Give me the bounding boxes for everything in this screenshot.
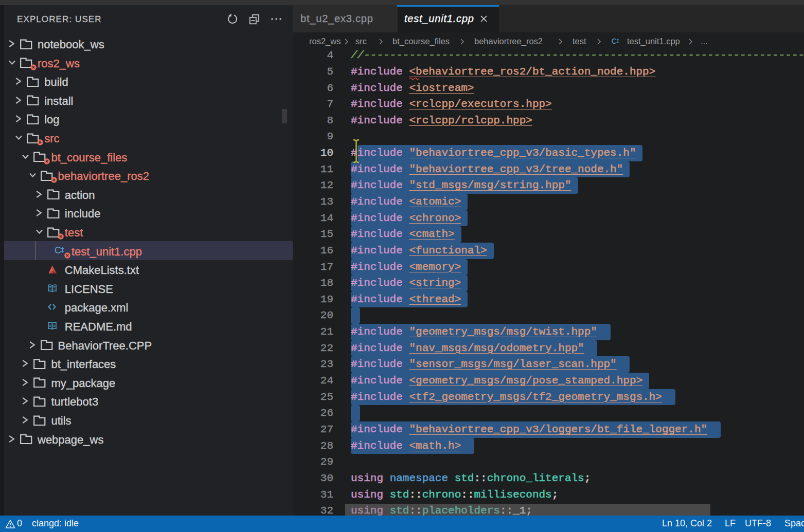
svg-text:C: C [612, 38, 617, 45]
svg-text:C: C [55, 246, 61, 255]
